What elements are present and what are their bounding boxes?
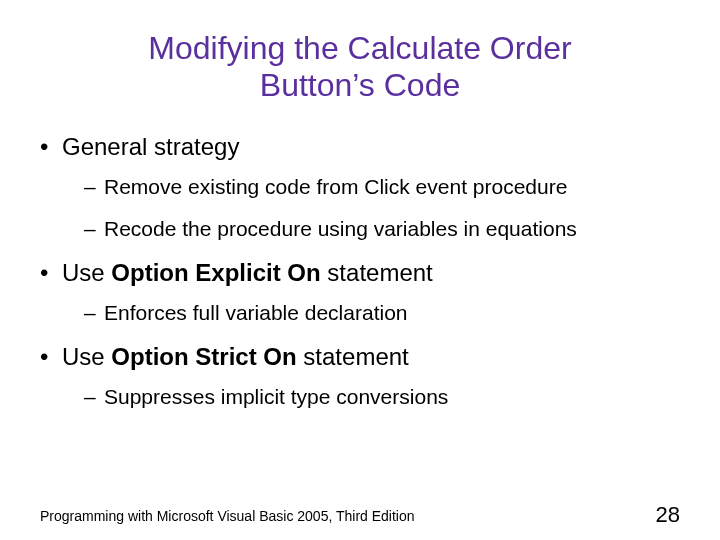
bullet-1-sublist: – Remove existing code from Click event … [84, 174, 680, 243]
bullet-3-pre: Use [62, 343, 111, 370]
dash-icon: – [84, 384, 104, 410]
bullet-dot-icon: • [40, 342, 62, 372]
title-line-1: Modifying the Calculate Order [148, 30, 571, 66]
dash-icon: – [84, 216, 104, 242]
bullet-2-sublist: – Enforces full variable declaration [84, 300, 680, 326]
dash-icon: – [84, 174, 104, 200]
bullet-1-sub-1: – Remove existing code from Click event … [84, 174, 680, 200]
bullet-3: • Use Option Strict On statement – Suppr… [40, 342, 680, 410]
bullet-3-text: Use Option Strict On statement [62, 342, 409, 372]
bullet-3-sub-1-text: Suppresses implicit type conversions [104, 384, 448, 410]
footer-text: Programming with Microsoft Visual Basic … [40, 508, 415, 524]
bullet-1-sub-2: – Recode the procedure using variables i… [84, 216, 680, 242]
sub-row: – Recode the procedure using variables i… [84, 216, 680, 242]
bullet-3-bold: Option Strict On [111, 343, 296, 370]
bullet-list: • General strategy – Remove existing cod… [40, 132, 680, 411]
bullet-2: • Use Option Explicit On statement – Enf… [40, 258, 680, 326]
bullet-dot-icon: • [40, 132, 62, 162]
sub-row: – Remove existing code from Click event … [84, 174, 680, 200]
bullet-2-sub-1: – Enforces full variable declaration [84, 300, 680, 326]
bullet-2-bold: Option Explicit On [111, 259, 320, 286]
bullet-2-row: • Use Option Explicit On statement [40, 258, 680, 288]
bullet-2-text: Use Option Explicit On statement [62, 258, 433, 288]
bullet-1: • General strategy – Remove existing cod… [40, 132, 680, 243]
bullet-1-sub-2-text: Recode the procedure using variables in … [104, 216, 577, 242]
bullet-1-text: General strategy [62, 132, 239, 162]
bullet-dot-icon: • [40, 258, 62, 288]
page-number: 28 [656, 502, 680, 528]
title-line-2: Button’s Code [260, 67, 460, 103]
bullet-2-sub-1-text: Enforces full variable declaration [104, 300, 408, 326]
bullet-1-sub-1-text: Remove existing code from Click event pr… [104, 174, 567, 200]
bullet-2-pre: Use [62, 259, 111, 286]
dash-icon: – [84, 300, 104, 326]
bullet-3-sub-1: – Suppresses implicit type conversions [84, 384, 680, 410]
sub-row: – Suppresses implicit type conversions [84, 384, 680, 410]
slide: Modifying the Calculate Order Button’s C… [0, 0, 720, 540]
bullet-2-post: statement [321, 259, 433, 286]
bullet-3-post: statement [297, 343, 409, 370]
sub-row: – Enforces full variable declaration [84, 300, 680, 326]
bullet-3-sublist: – Suppresses implicit type conversions [84, 384, 680, 410]
bullet-1-row: • General strategy [40, 132, 680, 162]
bullet-3-row: • Use Option Strict On statement [40, 342, 680, 372]
slide-title: Modifying the Calculate Order Button’s C… [40, 30, 680, 104]
